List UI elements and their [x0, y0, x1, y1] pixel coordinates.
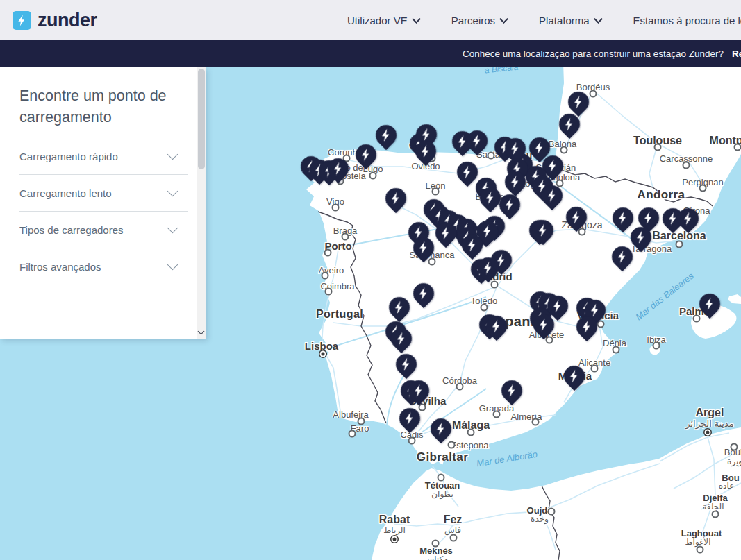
city-dot-marker	[488, 152, 495, 160]
nav-item-label: Parceiros	[451, 15, 495, 26]
city-dot-marker	[358, 418, 365, 425]
city-dot-marker	[548, 508, 556, 516]
city-label: عادة	[719, 481, 734, 491]
city-label: Lisboa	[305, 340, 338, 352]
zunder-logo[interactable]: zunder	[13, 11, 97, 30]
filter-accordion[interactable]: Filtros avançados	[0, 248, 206, 285]
city-dot-marker	[699, 185, 707, 192]
chevron-down-icon	[167, 149, 178, 160]
filters-panel: Encontre um ponto de carregamento Carreg…	[0, 67, 206, 339]
chevron-down-icon	[167, 186, 178, 197]
city-dot-marker	[332, 204, 340, 212]
city-label: نطوان	[431, 489, 453, 499]
region-label: Gibraltar	[417, 450, 468, 464]
city-label: الرباط	[383, 525, 406, 535]
city-label: Rabat	[379, 514, 410, 526]
city-dot-marker	[683, 162, 690, 169]
city-dot-marker	[369, 172, 377, 180]
city-dot-marker	[467, 429, 475, 436]
city-label: وجدة	[531, 514, 549, 524]
city-dot-marker	[532, 418, 540, 426]
filters-list: Carregamento rápidoCarregamento lentoTip…	[0, 138, 206, 285]
city-dot-marker	[432, 188, 440, 196]
city-target-marker	[393, 538, 397, 541]
city-dot-marker	[578, 228, 586, 236]
top-header: zunder Utilizador VEParceirosPlataformaE…	[0, 0, 741, 40]
city-label: بويرة	[727, 457, 741, 466]
city-dot-marker	[546, 337, 553, 344]
banner-recommend-link[interactable]: Recome	[732, 49, 741, 59]
scrollbar-thumb[interactable]	[198, 69, 205, 169]
city-dot-marker	[654, 144, 662, 151]
filter-accordion[interactable]: Carregamento rápido	[0, 138, 206, 174]
city-dot-marker	[734, 144, 741, 151]
filter-accordion[interactable]: Carregamento lento	[0, 175, 206, 211]
city-dot-marker	[349, 430, 356, 438]
city-dot-marker	[591, 365, 599, 373]
nav-item-label: Plataforma	[539, 15, 590, 26]
panel-title: Encontre um ponto de carregamento	[19, 85, 188, 128]
city-label: Fez	[444, 514, 463, 526]
city-dot-marker	[481, 304, 488, 312]
city-dot-marker	[322, 272, 329, 280]
city-dot-marker	[438, 474, 445, 482]
city-dot-marker	[712, 511, 719, 518]
filter-label: Filtros avançados	[19, 261, 101, 273]
city-dot-marker	[731, 443, 738, 451]
chevron-down-icon	[412, 15, 421, 24]
chevron-down-icon	[198, 328, 205, 335]
zunder-bolt-icon	[13, 11, 31, 30]
city-dot-marker	[419, 404, 426, 411]
city-dot-marker	[432, 540, 440, 548]
nav-item[interactable]: Plataforma	[539, 15, 601, 26]
city-dot-marker	[560, 146, 568, 154]
city-dot-marker	[342, 233, 349, 241]
nav-item[interactable]: Parceiros	[451, 15, 507, 26]
city-label: مدينة الجزائر	[685, 418, 733, 429]
city-label: Estepona	[451, 440, 489, 450]
region-label: Portugal	[316, 308, 363, 321]
city-dot-marker	[325, 288, 333, 296]
chevron-down-icon	[594, 15, 603, 24]
scrollbar-down-button[interactable]	[197, 327, 206, 338]
main-nav: Utilizador VEParceirosPlataformaEstamos …	[347, 0, 741, 40]
filter-label: Carregamento rápido	[19, 151, 118, 162]
banner-text: Conhece uma localização para construir u…	[463, 49, 724, 59]
nav-item-label: Estamos à procura de lo	[633, 15, 741, 26]
city-target-marker	[706, 431, 710, 434]
promo-banner: Conhece uma localização para construir u…	[0, 40, 741, 67]
chevron-down-icon	[499, 15, 508, 24]
city-dot-marker	[456, 383, 464, 391]
city-dot-marker	[613, 346, 620, 354]
city-dot-marker	[448, 441, 456, 449]
city-label: مكناس	[424, 554, 449, 560]
brand-name: zunder	[38, 11, 97, 30]
filter-label: Carregamento lento	[19, 187, 112, 199]
panel-scrollbar[interactable]	[197, 67, 206, 339]
city-dot-marker	[693, 315, 701, 323]
city-dot-marker	[324, 249, 332, 257]
nav-item[interactable]: Utilizador VE	[347, 15, 419, 26]
city-dot-marker	[408, 437, 416, 445]
city-dot-marker	[491, 281, 499, 289]
city-dot-marker	[493, 411, 501, 418]
filter-label: Tipos de carregadores	[19, 224, 124, 236]
city-target-marker	[322, 353, 325, 356]
chevron-down-icon	[167, 223, 178, 234]
city-dot-marker	[428, 258, 436, 266]
city-dot-marker	[653, 342, 660, 350]
nav-item[interactable]: Estamos à procura de lo	[633, 15, 741, 26]
city-dot-marker	[450, 534, 458, 542]
city-dot-marker	[676, 241, 683, 248]
region-label: Andorra	[638, 188, 685, 202]
chevron-down-icon	[167, 260, 178, 271]
nav-item-label: Utilizador VE	[347, 15, 408, 26]
city-label: Argel	[696, 407, 724, 419]
city-dot-marker	[697, 546, 704, 554]
filter-accordion[interactable]: Tipos de carregadores	[0, 212, 206, 248]
city-dot-marker	[590, 90, 597, 98]
